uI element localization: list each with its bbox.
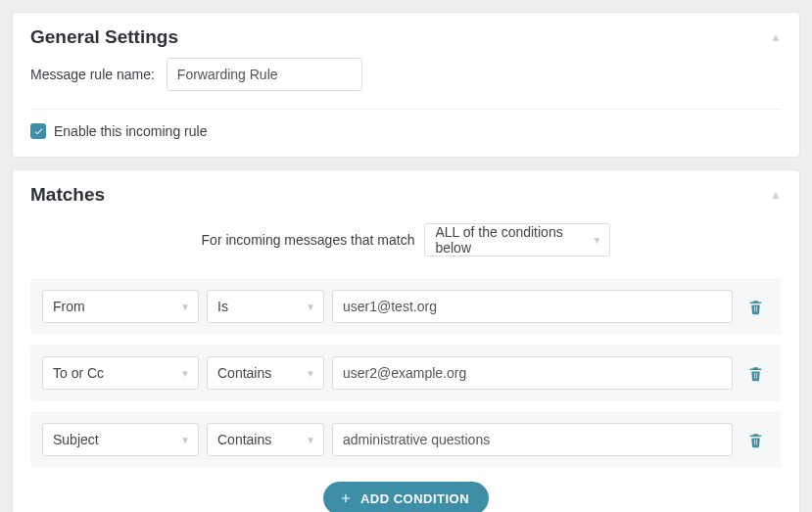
matches-header[interactable]: Matches ▲: [13, 170, 799, 215]
matches-title: Matches: [30, 184, 105, 206]
chevron-down-icon: ▼: [306, 368, 315, 379]
plus-icon: [339, 491, 353, 505]
condition-field-select[interactable]: From ▼: [42, 290, 199, 323]
match-intro-text: For incoming messages that match: [202, 232, 415, 248]
match-mode-select[interactable]: ALL of the conditions below ▼: [424, 223, 610, 256]
chevron-down-icon: ▼: [306, 435, 315, 445]
enable-rule-checkbox-row: Enable this incoming rule: [30, 123, 782, 139]
trash-icon: [747, 365, 764, 382]
condition-field-select[interactable]: Subject ▼: [42, 423, 199, 456]
condition-operator-value: Is: [217, 299, 228, 314]
rule-name-label: Message rule name:: [30, 67, 155, 82]
general-settings-panel: General Settings ▲ Message rule name: En…: [12, 12, 800, 158]
matches-panel: Matches ▲ For incoming messages that mat…: [12, 169, 800, 512]
condition-operator-value: Contains: [217, 365, 271, 381]
condition-row: To or Cc ▼ Contains ▼: [30, 345, 782, 401]
collapse-caret-icon: ▲: [770, 188, 782, 202]
trash-icon: [747, 299, 764, 315]
condition-value-input[interactable]: [332, 356, 733, 390]
condition-value-input[interactable]: [332, 290, 733, 323]
enable-rule-checkbox[interactable]: [30, 123, 46, 139]
condition-row: From ▼ Is ▼: [30, 278, 782, 335]
trash-icon: [747, 432, 764, 448]
divider: [30, 109, 782, 110]
chevron-down-icon: ▼: [593, 235, 602, 246]
condition-field-select[interactable]: To or Cc ▼: [42, 356, 199, 390]
add-condition-button[interactable]: ADD CONDITION: [323, 482, 489, 512]
condition-operator-select[interactable]: Contains ▼: [207, 356, 324, 390]
condition-field-value: From: [53, 299, 85, 314]
general-settings-header[interactable]: General Settings ▲: [13, 13, 799, 58]
chevron-down-icon: ▼: [180, 302, 190, 312]
chevron-down-icon: ▼: [180, 435, 190, 445]
matches-body: For incoming messages that match ALL of …: [13, 223, 799, 512]
match-intro: For incoming messages that match ALL of …: [30, 223, 782, 256]
delete-condition-button[interactable]: [740, 365, 770, 382]
condition-operator-select[interactable]: Is ▼: [207, 290, 324, 323]
delete-condition-button[interactable]: [740, 432, 770, 448]
chevron-down-icon: ▼: [180, 368, 190, 379]
condition-field-value: To or Cc: [53, 365, 104, 381]
delete-condition-button[interactable]: [740, 299, 770, 315]
general-settings-title: General Settings: [30, 26, 178, 48]
chevron-down-icon: ▼: [306, 302, 315, 312]
condition-operator-select[interactable]: Contains ▼: [207, 423, 324, 456]
general-settings-body: Message rule name: Enable this incoming …: [13, 58, 799, 157]
rule-name-input[interactable]: [167, 58, 362, 91]
collapse-caret-icon: ▲: [770, 30, 782, 44]
add-condition-wrap: ADD CONDITION: [30, 482, 782, 512]
add-condition-label: ADD CONDITION: [360, 491, 469, 506]
condition-operator-value: Contains: [217, 432, 271, 447]
enable-rule-label: Enable this incoming rule: [54, 123, 207, 139]
condition-field-value: Subject: [53, 432, 99, 447]
condition-value-input[interactable]: [332, 423, 733, 456]
match-mode-value: ALL of the conditions below: [435, 224, 592, 256]
check-icon: [33, 126, 44, 137]
rule-name-row: Message rule name:: [30, 58, 782, 91]
condition-row: Subject ▼ Contains ▼: [30, 411, 782, 468]
